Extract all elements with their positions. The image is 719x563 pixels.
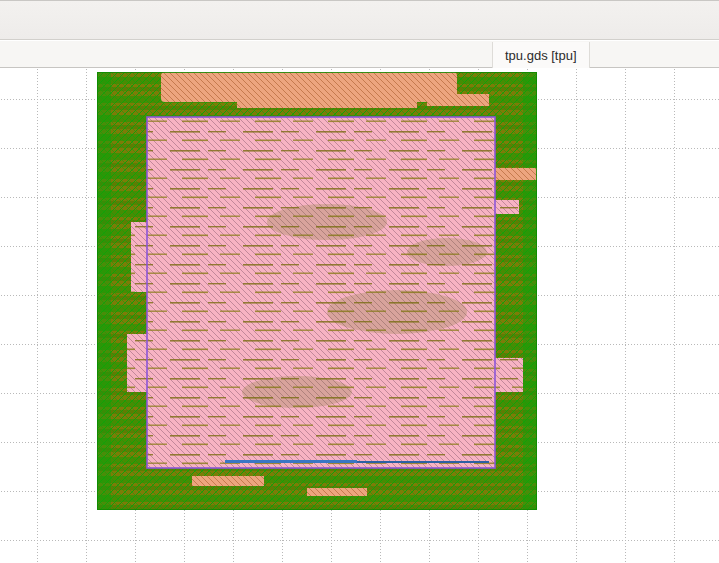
window-chrome	[0, 0, 719, 40]
app-window: tpu.gds [tpu]	[0, 0, 719, 563]
layout-canvas[interactable]	[0, 68, 719, 563]
pink-macro-layer	[127, 117, 523, 468]
die-rendering	[97, 72, 537, 510]
tab-bar: tpu.gds [tpu]	[0, 41, 719, 68]
tab-tpu-gds[interactable]: tpu.gds [tpu]	[492, 42, 590, 68]
tab-label: tpu.gds [tpu]	[505, 48, 577, 63]
